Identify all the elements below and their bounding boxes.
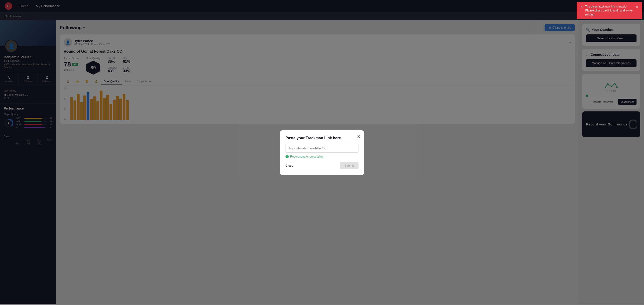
success-message: ✓ Report sent for processing	[286, 155, 358, 158]
modal-overlay[interactable]: Paste your Trackman Link here. ✕ ✓ Repor…	[0, 0, 644, 305]
modal-close-button[interactable]: Close	[286, 164, 293, 167]
error-toast: ⚠ The given trackman link is invalid. Pl…	[576, 2, 642, 19]
modal-submit-button[interactable]: Submit	[340, 162, 358, 169]
success-checkmark-icon: ✓	[286, 155, 289, 158]
warning-icon: ⚠	[580, 5, 584, 10]
toast-close-button[interactable]: ✕	[636, 5, 638, 9]
modal-close-x-button[interactable]: ✕	[357, 134, 360, 139]
modal-actions: Close Submit	[286, 162, 358, 169]
trackman-link-input[interactable]	[286, 144, 358, 152]
trackman-modal: Paste your Trackman Link here. ✕ ✓ Repor…	[280, 130, 364, 175]
modal-title: Paste your Trackman Link here.	[286, 136, 358, 140]
